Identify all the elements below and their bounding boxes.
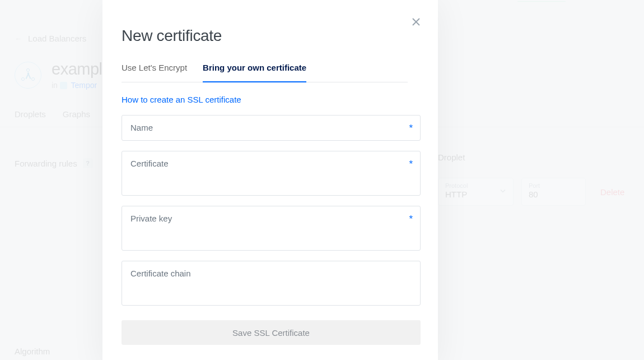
new-certificate-modal: New certificate Use Let's Encrypt Bring … <box>102 0 438 360</box>
name-input[interactable] <box>122 116 420 140</box>
tab-bring-your-own[interactable]: Bring your own certificate <box>203 63 306 82</box>
tab-lets-encrypt[interactable]: Use Let's Encrypt <box>122 63 187 82</box>
certificate-chain-textarea[interactable] <box>122 261 420 305</box>
private-key-textarea[interactable] <box>122 206 420 250</box>
help-link[interactable]: How to create an SSL certificate <box>122 95 241 104</box>
name-field[interactable]: Name * <box>122 115 421 141</box>
required-mark: * <box>409 214 413 225</box>
modal-title: New certificate <box>122 27 408 45</box>
save-ssl-button[interactable]: Save SSL Certificate <box>122 320 421 345</box>
certificate-textarea[interactable] <box>122 151 420 195</box>
required-mark: * <box>409 159 413 170</box>
modal-tabs: Use Let's Encrypt Bring your own certifi… <box>122 63 408 82</box>
close-icon[interactable] <box>411 17 422 28</box>
certificate-chain-field[interactable]: Certificate chain <box>122 261 421 306</box>
private-key-field[interactable]: Private key * <box>122 206 421 251</box>
certificate-field[interactable]: Certificate * <box>122 151 421 196</box>
required-mark: * <box>409 123 413 134</box>
